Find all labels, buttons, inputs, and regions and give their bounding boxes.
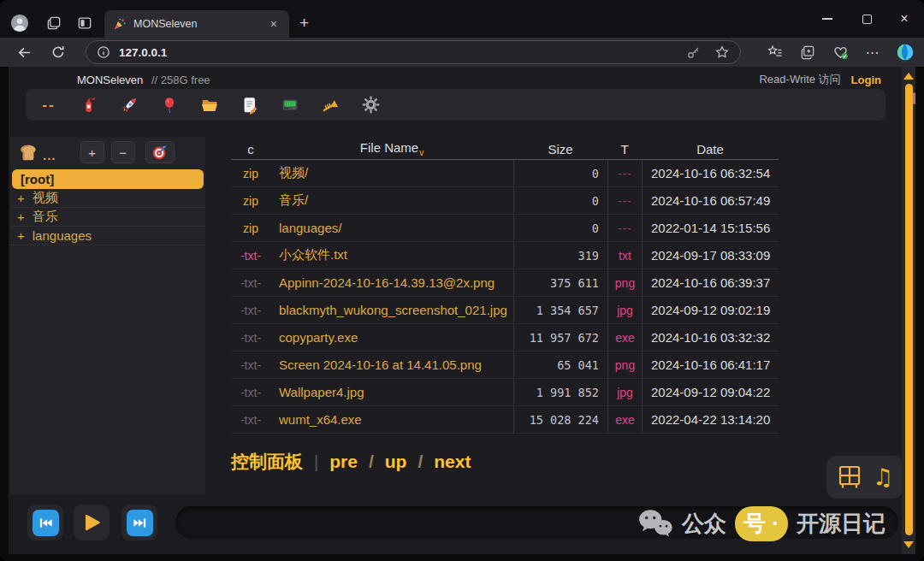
table-row[interactable]: zip 音乐/ 0 --- 2024-10-16 06:57:49 [231,187,779,215]
refresh-button[interactable] [48,43,68,62]
table-row[interactable]: -txt- copyparty.exe 11 957 672 exe 2024-… [231,324,779,351]
page-scrollbar[interactable] [902,67,915,554]
workspaces-button[interactable] [44,14,63,32]
basic-upload-button[interactable] [159,94,180,116]
table-row[interactable]: -txt- wumt_x64.exe 15 028 224 exe 2022-0… [231,406,779,434]
browser-tab[interactable]: MONSeleven × [104,10,289,38]
sidebar-tree-item[interactable]: + 音乐 [10,208,205,227]
collections-button[interactable] [797,42,818,62]
nav-link-pre[interactable]: pre [329,452,358,472]
nav-link-up[interactable]: up [385,452,407,472]
grid-view-icon[interactable] [837,464,862,490]
window-minimize-button[interactable] [813,9,842,29]
scroll-down-arrow-icon[interactable] [903,541,914,548]
file-link[interactable]: languages/ [270,221,513,235]
breadcrumb-toggle-button[interactable] [17,141,39,163]
column-header-c[interactable]: c [231,142,270,156]
file-link[interactable]: 视频/ [270,165,513,181]
profile-avatar[interactable] [10,14,29,32]
audio-player-button[interactable] [320,94,341,116]
file-link[interactable]: 小众软件.txt [270,247,513,263]
row-download-toggle[interactable]: -txt- [231,249,270,263]
file-link[interactable]: Screen 2024-10-16 at 14.41.05.png [270,357,513,372]
column-header-name[interactable]: File Namev [270,140,513,157]
server-name[interactable]: MONSeleven [77,74,143,86]
jump-to-folder-button[interactable] [145,141,175,163]
vertical-tabs-button[interactable] [75,14,94,32]
new-folder-button[interactable] [199,94,220,116]
row-download-toggle[interactable]: -txt- [231,413,270,427]
column-header-type[interactable]: T [607,142,642,156]
row-download-toggle[interactable]: -txt- [231,386,270,399]
row-download-toggle[interactable]: zip [231,221,270,235]
row-download-toggle[interactable]: -txt- [231,276,270,290]
previous-track-button[interactable] [27,505,63,540]
file-link[interactable]: blackmyth_wukong_screenshot_021.jpg [270,303,513,317]
file-size: 375 611 [513,269,607,296]
sidebar-tree-item[interactable]: + languages [10,227,205,245]
tab-close-button[interactable]: × [267,17,281,31]
browser-essentials-button[interactable] [830,42,850,62]
collapse-toolbar-button[interactable]: -- [38,94,59,116]
scrollbar-thumb[interactable] [905,84,913,535]
file-table-body: zip 视频/ 0 --- 2024-10-16 06:32:54 zip 音乐… [231,160,779,434]
nav-separator: | [314,452,318,472]
column-header-size[interactable]: Size [513,142,607,156]
window-maximize-button[interactable] [852,9,881,29]
control-panel-link[interactable]: 控制面板 [231,450,303,474]
expand-tree-button[interactable]: + [80,141,104,163]
file-link[interactable]: Appinn-2024-10-16-14.39.13@2x.png [270,275,513,290]
sidebar-dots-button[interactable]: ... [43,148,56,162]
sidebar-tree-item[interactable]: + 视频 [10,189,205,208]
collections-icon [799,44,816,61]
file-link[interactable]: Wallpaper4.jpg [270,385,513,399]
site-info-icon[interactable] [97,45,110,59]
message-button[interactable] [280,94,300,116]
copilot-button[interactable] [895,42,915,62]
settings-more-button[interactable]: ⋯ [862,42,883,62]
file-link[interactable]: wumt_x64.exe [270,412,513,427]
login-link[interactable]: Login [851,74,881,86]
sidebar-item-root[interactable]: [root] [12,169,204,189]
scroll-up-arrow-icon[interactable] [903,73,914,80]
action-toolbar: -- [26,89,886,121]
nav-slash: / [369,452,374,472]
row-download-toggle[interactable]: -txt- [231,358,270,372]
back-button[interactable] [14,43,34,62]
play-button[interactable] [74,505,110,540]
expand-node-icon[interactable]: + [17,210,25,224]
row-download-toggle[interactable]: zip [231,167,270,180]
favorite-star-icon[interactable] [714,44,730,60]
table-row[interactable]: -txt- Screen 2024-10-16 at 14.41.05.png … [231,351,779,379]
column-header-date[interactable]: Date [642,142,779,156]
window-close-button[interactable]: × [890,9,919,29]
collapse-tree-button[interactable]: − [111,141,135,163]
expand-node-icon[interactable]: + [17,191,25,205]
file-type: png [607,351,642,378]
table-row[interactable]: zip 视频/ 0 --- 2024-10-16 06:32:54 [231,160,779,187]
url-text[interactable]: 127.0.0.1 [119,46,686,59]
settings-button[interactable] [360,94,381,116]
refresh-icon [50,44,66,60]
table-row[interactable]: zip languages/ 0 --- 2022-01-14 15:15:56 [231,215,779,242]
row-download-toggle[interactable]: zip [231,194,270,208]
table-row[interactable]: -txt- blackmyth_wukong_screenshot_021.jp… [231,297,779,324]
password-key-icon[interactable] [686,45,701,60]
file-link[interactable]: copyparty.exe [270,330,513,345]
favorites-bar-button[interactable] [765,42,785,62]
nav-link-next[interactable]: next [434,452,471,472]
new-tab-button[interactable]: + [299,14,309,32]
row-download-toggle[interactable]: -txt- [231,331,270,345]
next-track-button[interactable] [121,505,157,540]
table-row[interactable]: -txt- 小众软件.txt 319 txt 2024-09-17 08:33:… [231,242,779,269]
music-note-icon[interactable]: ♫ [873,464,893,490]
unpost-button[interactable] [79,94,99,116]
expand-node-icon[interactable]: + [17,228,25,243]
table-row[interactable]: -txt- Appinn-2024-10-16-14.39.13@2x.png … [231,269,779,297]
file-link[interactable]: 音乐/ [270,192,513,209]
address-input[interactable]: 127.0.0.1 [86,40,741,64]
up2k-upload-button[interactable] [119,94,139,116]
new-document-button[interactable] [240,94,260,116]
table-row[interactable]: -txt- Wallpaper4.jpg 1 991 852 jpg 2024-… [231,379,779,406]
row-download-toggle[interactable]: -txt- [231,304,270,317]
